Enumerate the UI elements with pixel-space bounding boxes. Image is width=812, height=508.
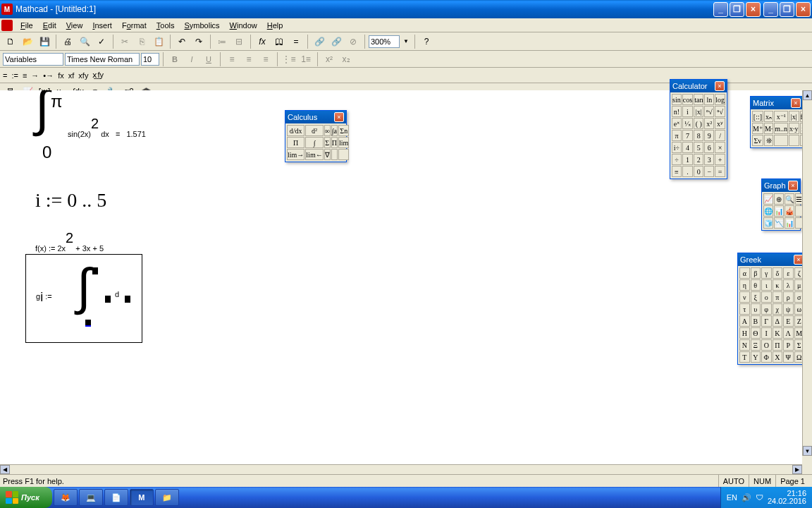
palette-btn[interactable]: eˣ (672, 118, 682, 129)
greek-char[interactable]: κ (773, 279, 783, 291)
calculus-close[interactable]: × (334, 112, 344, 122)
sup-button[interactable]: x² (321, 52, 337, 67)
palette-btn[interactable]: lim→ (287, 149, 304, 160)
task-firefox[interactable]: 🦊 (54, 489, 78, 506)
child-restore-button[interactable]: ❐ (780, 2, 794, 17)
minimize-button[interactable]: _ (713, 2, 728, 17)
palette-btn[interactable]: 6 (704, 142, 714, 153)
greek-char[interactable]: ο (761, 291, 772, 303)
palette-btn[interactable]: ❊ (764, 135, 773, 146)
palette-btn[interactable]: lim← (305, 149, 323, 160)
palette-btn[interactable]: M· (764, 123, 773, 134)
paste-button[interactable]: 📋 (151, 34, 166, 49)
palette-btn[interactable]: × (715, 142, 725, 153)
zoom-dropdown[interactable]: ▼ (401, 34, 411, 49)
greek-char[interactable]: Ξ (751, 339, 761, 351)
task-explorer[interactable]: 💻 (79, 489, 103, 506)
greek-char[interactable]: υ (751, 303, 761, 315)
palette-btn[interactable]: x² (704, 118, 714, 129)
italic-button[interactable]: I (184, 52, 199, 67)
palette-btn[interactable]: ∞ (324, 125, 331, 136)
palette-btn[interactable]: Σ (324, 137, 331, 148)
palette-btn[interactable]: [::] (752, 111, 763, 122)
palette-btn[interactable]: 2 (694, 154, 703, 165)
eval-keyword[interactable]: •→ (43, 71, 54, 80)
palette-btn[interactable]: + (715, 154, 725, 165)
palette-btn[interactable]: ⊕ (774, 193, 784, 205)
palette-btn[interactable]: n! (672, 106, 682, 117)
help-button[interactable]: ? (419, 34, 434, 49)
task-mathcad[interactable]: M (130, 489, 154, 506)
greek-char[interactable]: Ψ (783, 351, 794, 363)
palette-btn[interactable]: 1 (682, 154, 693, 165)
graph-close[interactable]: × (788, 181, 798, 190)
palette-btn[interactable] (338, 149, 349, 160)
graph-palette[interactable]: Graph× 📈⊕🔍☰🌐📊🎪🧊📉📊 (761, 179, 801, 231)
greek-char[interactable]: ρ (783, 291, 794, 303)
eval-eq[interactable]: = (3, 71, 7, 80)
spell-button[interactable]: ✓ (94, 34, 109, 49)
palette-btn[interactable]: 7 (682, 130, 693, 141)
align-button[interactable]: ≔ (214, 34, 230, 49)
palette-btn[interactable] (331, 149, 338, 160)
palette-btn[interactable] (789, 135, 799, 146)
unit-button[interactable]: 🕮 (271, 34, 287, 49)
bullets-button[interactable]: ⋮≡ (281, 52, 297, 67)
bold-button[interactable]: B (167, 52, 183, 67)
palette-btn[interactable]: log (715, 94, 725, 105)
tray-sound-icon[interactable]: 🔊 (742, 493, 751, 502)
greek-char[interactable]: φ (761, 303, 772, 315)
scroll-right[interactable]: ▶ (792, 465, 802, 474)
restore-button[interactable]: ❐ (730, 2, 744, 17)
palette-btn[interactable]: ∫ (305, 137, 323, 148)
task-notepad[interactable]: 📄 (104, 489, 128, 506)
calculus-palette[interactable]: Calculus× d/dxd²∞∫aΣnΠ∫ΣΠlimlim→lim←∇ (285, 110, 347, 162)
palette-btn[interactable]: 🧊 (763, 217, 773, 229)
palette-btn[interactable]: i (682, 106, 693, 117)
greek-char[interactable]: γ (761, 267, 772, 279)
editing-region[interactable]: gi := ∫ d (25, 254, 142, 343)
eval-xfy[interactable]: xfy (78, 71, 88, 80)
palette-btn[interactable]: Σv (752, 135, 763, 146)
eval-xfy2[interactable]: x͟fy (92, 71, 104, 80)
palette-btn[interactable]: 🌐 (763, 205, 773, 217)
greek-char[interactable]: Π (773, 339, 783, 351)
menu-format[interactable]: Format (117, 20, 152, 31)
menu-tools[interactable]: Tools (152, 20, 180, 31)
menu-help[interactable]: Help (262, 20, 288, 31)
underline-button[interactable]: U (201, 52, 216, 67)
palette-btn[interactable]: lim (338, 137, 349, 148)
zoom-select[interactable] (369, 35, 400, 48)
greek-char[interactable]: Φ (761, 351, 772, 363)
palette-btn[interactable]: ln (704, 94, 714, 105)
palette-btn[interactable]: d/dx (287, 125, 304, 136)
palette-btn[interactable]: ( ) (694, 118, 703, 129)
greek-char[interactable]: θ (751, 279, 761, 291)
menu-edit[interactable]: Edit (38, 20, 61, 31)
palette-btn[interactable]: 4 (682, 142, 693, 153)
align-left-button[interactable]: ≡ (224, 52, 240, 67)
placeholder-upper[interactable] (92, 267, 98, 274)
greek-char[interactable]: δ (773, 267, 783, 279)
placeholder-dvar[interactable] (125, 296, 130, 303)
greek-char[interactable]: Ε (783, 315, 794, 327)
palette-btn[interactable]: x⁻¹ (774, 111, 788, 122)
menu-view[interactable]: View (61, 20, 88, 31)
system-tray[interactable]: EN 🔊 🛡 21:1624.02.2016 (720, 487, 812, 508)
palette-btn[interactable]: |x| (789, 111, 799, 122)
palette-btn[interactable]: tan (694, 94, 703, 105)
greek-char[interactable]: Β (751, 315, 761, 327)
palette-btn[interactable]: ÷ (672, 154, 682, 165)
greek-char[interactable]: Υ (751, 351, 761, 363)
eval-assign[interactable]: := (11, 71, 18, 80)
greek-char[interactable]: Χ (773, 351, 783, 363)
greek-char[interactable]: α (739, 267, 750, 279)
copy-button[interactable]: ⎘ (134, 34, 149, 49)
palette-btn[interactable] (774, 135, 788, 146)
palette-btn[interactable]: 🎪 (785, 205, 794, 217)
child-close-button[interactable]: × (796, 2, 811, 17)
greek-char[interactable]: Κ (773, 327, 783, 339)
matrix-close[interactable]: × (791, 98, 801, 108)
palette-btn[interactable]: i÷ (672, 142, 682, 153)
palette-btn[interactable]: Π (287, 137, 304, 148)
